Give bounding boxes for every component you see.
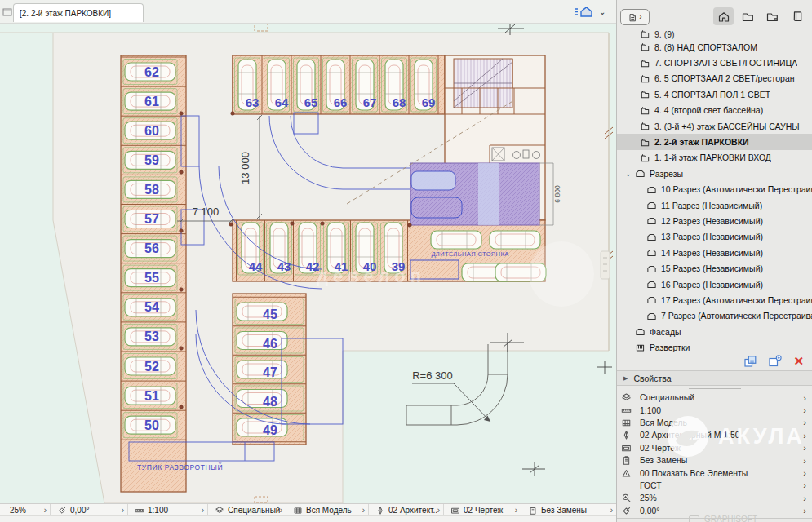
properties-header[interactable]: ▶ Свойства xyxy=(617,370,812,386)
scale-icon xyxy=(621,405,632,416)
zoom-icon xyxy=(621,493,632,503)
status-segment-5[interactable]: 02 Архитект...› xyxy=(369,504,444,516)
chevron-right-icon[interactable]: › xyxy=(610,506,613,515)
parking-spot-number-50: 50 xyxy=(144,418,159,432)
status-segment-4[interactable]: Вся Модель› xyxy=(286,504,369,516)
story-selector-button[interactable]: ⌄ xyxy=(573,4,614,20)
drawing-area[interactable]: 6261605958575655545352515063646566676869… xyxy=(0,23,616,503)
chevron-right-icon[interactable]: › xyxy=(803,418,812,427)
tree-item-15[interactable]: 15 Разрез (Независимый) xyxy=(617,260,812,276)
mode-layout-book-button[interactable] xyxy=(762,7,783,25)
section-icon xyxy=(646,294,657,305)
parking-spot-number-60: 60 xyxy=(144,124,159,138)
chevron-right-icon[interactable]: › xyxy=(803,468,812,478)
chevron-right-icon[interactable]: › xyxy=(803,456,812,466)
chevron-right-icon[interactable]: › xyxy=(437,506,440,515)
status-segment-7[interactable]: Без Замены› xyxy=(521,504,616,516)
tree-item-label: 17 Разрез (Автоматически Перестраиваемый… xyxy=(661,295,812,305)
status-segment-1[interactable]: 0,00°› xyxy=(51,504,128,516)
chevron-right-icon[interactable]: › xyxy=(803,431,812,440)
property-row-0[interactable]: Специальный› xyxy=(617,392,812,404)
chevron-right-icon[interactable]: › xyxy=(515,506,517,515)
chevron-right-icon[interactable]: › xyxy=(122,506,124,515)
property-row-6[interactable]: 00 Показать Все Элементы› xyxy=(617,467,812,479)
tree-item-8[interactable]: 1. 1-й этаж ПАРКОВКИ ВХОД xyxy=(617,150,812,166)
tree-item-label: Разрезы xyxy=(650,169,683,179)
chevron-right-icon[interactable]: › xyxy=(803,480,812,490)
plan-watermark-blob xyxy=(529,241,594,307)
publisher-icon xyxy=(792,11,803,22)
tree-item-11[interactable]: 11 Разрез (Независимый) xyxy=(617,197,812,213)
orientation-icon xyxy=(621,506,632,516)
mode-project-map-button[interactable] xyxy=(713,7,734,25)
floor-plan[interactable]: 6261605958575655545352515063646566676869… xyxy=(0,23,616,503)
tree-item-13[interactable]: 13 Разрез (Независимый) xyxy=(617,229,812,245)
triangle-right-icon: ▶ xyxy=(623,375,628,382)
status-segment-0[interactable]: 25%› xyxy=(0,504,51,516)
project-chooser-button[interactable]: › xyxy=(620,9,650,25)
dimension-7100: 7 100 xyxy=(193,206,220,218)
tree-item-20[interactable]: Развертки xyxy=(617,339,812,353)
chevron-right-icon[interactable]: › xyxy=(803,443,812,453)
properties-panel: Специальный›1:100›Вся Модель›02 Архитект… xyxy=(617,387,812,519)
mode-view-map-button[interactable] xyxy=(738,7,758,25)
tree-item-5[interactable]: 4. 4 (второй свет бассейна) xyxy=(617,103,812,118)
tree-item-14[interactable]: 14 Разрез (Независимый) xyxy=(617,245,812,260)
edge-scroll-marker[interactable] xyxy=(601,251,610,279)
tree-item-4[interactable]: 5. 4 СПОРТЗАЛ ПОЛ 1 СВЕТ xyxy=(617,86,812,102)
chevron-right-icon[interactable]: › xyxy=(362,506,365,515)
property-row-4[interactable]: 02 Чертеж› xyxy=(617,442,812,454)
chevron-right-icon[interactable]: › xyxy=(803,405,812,415)
status-segment-label: 1:100 xyxy=(144,506,202,515)
property-value: Специальный xyxy=(640,393,803,402)
section-icon xyxy=(646,311,657,321)
model-view-options-icon xyxy=(450,506,460,515)
parking-spot-number-54: 54 xyxy=(144,300,159,314)
status-segment-6[interactable]: 02 Чертеж› xyxy=(444,504,521,516)
tree-item-18[interactable]: 7 Разрез (Автоматически Перестраиваемый) xyxy=(617,308,812,324)
chevron-right-icon[interactable]: › xyxy=(803,493,812,503)
chevron-right-icon[interactable]: › xyxy=(202,506,204,515)
tab-floor-plan[interactable]: [2. 2-й этаж ПАРКОВКИ] xyxy=(13,3,144,22)
property-row-5[interactable]: Без Замены› xyxy=(617,454,812,467)
chevron-right-icon[interactable]: › xyxy=(280,506,282,515)
story-icon xyxy=(640,73,650,84)
tree-item-19[interactable]: Фасады xyxy=(617,324,812,339)
tree-item-7[interactable]: 2. 2-й этаж ПАРКОВКИ xyxy=(617,134,812,149)
property-value: 00 Показать Все Элементы xyxy=(640,469,803,478)
tree-item-3[interactable]: 6. 5 СПОРТЗААЛ 2 СВЕТ/ресторан xyxy=(617,71,812,86)
property-row-8[interactable]: 25%› xyxy=(617,492,812,504)
section-icon xyxy=(646,215,657,226)
parking-spot-number-53: 53 xyxy=(144,330,159,343)
tree-item-9[interactable]: ⌄Разрезы xyxy=(617,166,812,181)
property-row-2[interactable]: Вся Модель› xyxy=(617,417,812,429)
property-row-7[interactable]: ГОСТ› xyxy=(617,480,812,492)
tree-item-2[interactable]: 7. СПОРТЗАЛ 3 СВЕТ/ГОСТИНИЦА xyxy=(617,55,812,70)
add-view-icon[interactable] xyxy=(768,355,783,368)
tree-item-12[interactable]: 12 Разрез (Независимый) xyxy=(617,213,812,228)
property-row-1[interactable]: 1:100› xyxy=(617,404,812,416)
resize-grip[interactable] xyxy=(689,388,741,389)
tree-item-0[interactable]: 9. (9) xyxy=(617,29,812,39)
chevron-right-icon[interactable]: › xyxy=(44,506,47,515)
mode-publisher-button[interactable] xyxy=(787,7,807,25)
status-segment-2[interactable]: 1:100› xyxy=(128,504,208,516)
property-value: 1:100 xyxy=(640,406,803,415)
navigator-modes xyxy=(713,7,807,25)
parking-spot-number-47: 47 xyxy=(263,365,277,379)
tree-item-10[interactable]: 10 Разрез (Автоматически Перестраиваемый… xyxy=(617,182,812,197)
tree-item-6[interactable]: 3. (3-й +4) этаж БАССЕЙНЫ САУНЫ xyxy=(617,118,812,134)
status-segment-3[interactable]: Специальный› xyxy=(208,504,286,516)
tree-item-label: 13 Разрез (Независимый) xyxy=(661,232,763,241)
clone-view-icon[interactable] xyxy=(743,355,757,368)
tree-item-label: 5. 4 СПОРТЗАЛ ПОЛ 1 СВЕТ xyxy=(654,90,770,100)
tree-item-16[interactable]: 16 Разрез (Независимый) xyxy=(617,276,812,292)
tree-item-17[interactable]: 17 Разрез (Автоматически Перестраиваемый… xyxy=(617,292,812,307)
tree-item-1[interactable]: 8. (8) НАД СПОРТЗАЛОМ xyxy=(617,39,812,55)
long-term-parking-label: ДЛИТЕЛЬНАЯ СТОЯНКА xyxy=(431,250,508,258)
chevron-right-icon[interactable]: › xyxy=(803,393,812,403)
close-icon[interactable]: ✕ xyxy=(793,355,804,367)
property-row-3[interactable]: 02 Архитектурный М 1:50› xyxy=(617,429,812,441)
tree-item-label: 1. 1-й этаж ПАРКОВКИ ВХОД xyxy=(654,153,771,162)
chevron-down-icon[interactable]: ⌄ xyxy=(625,170,635,178)
